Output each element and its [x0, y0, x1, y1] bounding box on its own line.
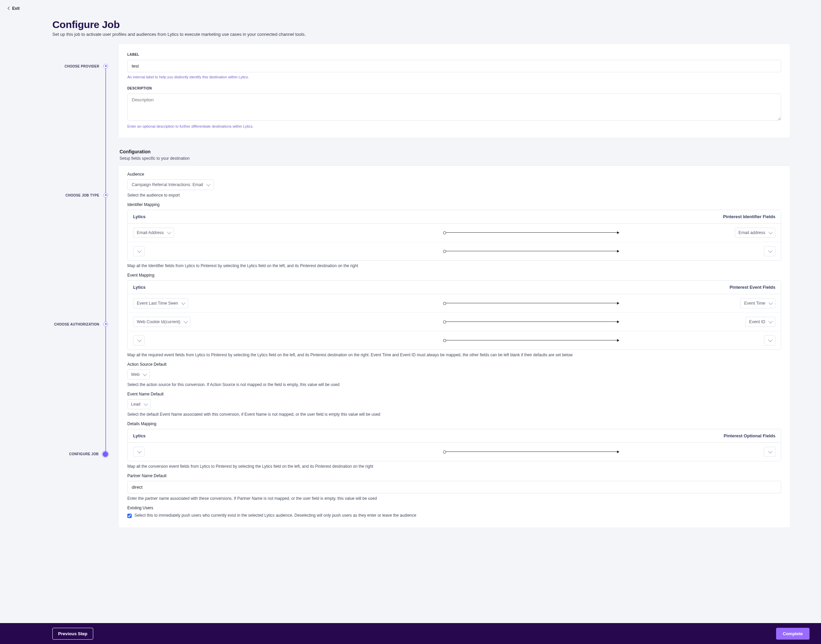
footer-bar: Previous Step Complete — [0, 623, 821, 644]
audience-select[interactable]: Campaign Referral Interactions: Email — [127, 179, 214, 190]
page-title: Configure Job — [52, 19, 821, 31]
existing-users-desc: Select this to immediately push users wh… — [134, 513, 416, 518]
event-mapping-label: Event Mapping — [127, 273, 781, 278]
label-input[interactable] — [127, 60, 781, 72]
chevron-down-icon — [769, 319, 773, 324]
identifier-mapping-table: Lytics Pinterest Identifier Fields Email… — [127, 210, 781, 261]
event-left-select[interactable]: Web Cookie Id(current) — [133, 317, 190, 327]
details-right-select-empty[interactable] — [764, 447, 775, 457]
table-row — [128, 443, 781, 461]
identifier-head-left: Lytics — [128, 210, 454, 223]
details-left-select-empty[interactable] — [133, 447, 144, 457]
event-right-select[interactable]: Event ID — [745, 317, 775, 327]
arrow-icon — [443, 451, 619, 452]
table-row: Web Cookie Id(current) Event ID — [128, 313, 781, 331]
details-head-left: Lytics — [128, 429, 454, 442]
configuration-sub: Setup fields specific to your destinatio… — [120, 156, 790, 161]
step-configure-job-label: CONFIGURE JOB — [69, 451, 98, 456]
chevron-down-icon — [137, 248, 141, 253]
label-hint: An internal label to help you distinctly… — [127, 75, 781, 79]
previous-step-button[interactable]: Previous Step — [52, 628, 93, 639]
arrow-icon — [443, 340, 619, 340]
chevron-down-icon — [137, 449, 141, 454]
identifier-left-select[interactable]: Email Address — [133, 228, 174, 238]
identifier-mapping-label: Identifier Mapping — [127, 202, 781, 207]
audience-help: Select the audience to export — [127, 193, 781, 198]
arrow-icon — [443, 303, 619, 303]
identifier-right-select[interactable]: Email address — [735, 228, 775, 238]
audience-selected: Campaign Referral Interactions: Email — [132, 182, 203, 187]
event-head-left: Lytics — [128, 281, 454, 294]
partner-name-help: Enter the partner name associated with t… — [127, 496, 781, 501]
chevron-down-icon — [769, 230, 773, 235]
label-heading: LABEL — [127, 53, 781, 57]
description-input[interactable] — [127, 94, 781, 121]
event-mapping-table: Lytics Pinterest Event Fields Event Last… — [127, 280, 781, 350]
table-row: Email Address Email address — [128, 224, 781, 242]
chevron-down-icon — [206, 182, 211, 186]
chevron-down-icon — [137, 338, 141, 342]
exit-link[interactable]: Exit — [8, 6, 20, 11]
table-row — [128, 242, 781, 261]
details-mapping-help: Map all the conversion event fields from… — [127, 464, 781, 469]
action-source-help: Select the action source for this conver… — [127, 382, 781, 387]
stepper: CHOOSE PROVIDER CHOOSE JOB TYPE CHOOSE A… — [3, 44, 108, 457]
arrow-icon — [443, 322, 619, 322]
complete-button[interactable]: Complete — [776, 628, 810, 639]
chevron-down-icon — [181, 301, 186, 305]
chevron-down-icon — [143, 372, 147, 376]
chevron-down-icon — [184, 319, 188, 324]
event-name-select[interactable]: Lead — [127, 399, 150, 409]
step-dot-current-icon — [103, 451, 108, 457]
identifier-left-select-empty[interactable] — [133, 246, 144, 256]
step-dot-icon — [103, 64, 108, 69]
existing-users-checkbox[interactable] — [127, 514, 132, 518]
page-subtitle: Set up this job to activate user profile… — [52, 32, 821, 37]
partner-name-label: Partner Name Default — [127, 474, 781, 478]
exit-label: Exit — [12, 6, 20, 11]
identifier-mapping-help: Map all the Identifier fields from Lytic… — [127, 264, 781, 268]
action-source-select[interactable]: Web — [127, 370, 150, 380]
existing-users-label: Existing Users — [127, 506, 781, 510]
details-mapping-table: Lytics Pinterest Optional Fields — [127, 429, 781, 461]
table-row: Event Last Time Seen Event Time — [128, 294, 781, 313]
event-name-help: Select the default Event Name associated… — [127, 412, 781, 417]
description-hint: Enter an optional description to further… — [127, 124, 781, 128]
step-dot-icon — [103, 322, 108, 327]
configuration-title: Configuration — [120, 149, 790, 154]
configuration-card: Audience Campaign Referral Interactions:… — [118, 166, 790, 528]
event-right-select-empty[interactable] — [764, 335, 775, 345]
arrow-left-icon — [8, 7, 11, 10]
step-choose-job-type-label: CHOOSE JOB TYPE — [66, 193, 99, 197]
event-mapping-help: Map all the required event fields from L… — [127, 353, 781, 357]
event-right-select[interactable]: Event Time — [740, 298, 775, 308]
step-choose-provider-label: CHOOSE PROVIDER — [64, 64, 99, 68]
arrow-icon — [443, 251, 619, 251]
chevron-down-icon — [768, 449, 772, 454]
description-heading: DESCRIPTION — [127, 86, 781, 90]
chevron-down-icon — [768, 338, 772, 342]
audience-label: Audience — [127, 172, 781, 176]
event-left-select-empty[interactable] — [133, 335, 144, 345]
identifier-right-select-empty[interactable] — [764, 246, 775, 256]
label-card: LABEL An internal label to help you dist… — [118, 44, 790, 138]
partner-name-input[interactable] — [127, 481, 781, 494]
chevron-down-icon — [144, 402, 148, 406]
identifier-head-right: Pinterest Identifier Fields — [454, 210, 781, 223]
details-mapping-label: Details Mapping — [127, 422, 781, 426]
event-name-label: Event Name Default — [127, 392, 781, 396]
table-row — [128, 331, 781, 350]
chevron-down-icon — [167, 230, 171, 235]
action-source-label: Action Source Default — [127, 362, 781, 367]
step-choose-authorization-label: CHOOSE AUTHORIZATION — [54, 322, 99, 326]
event-left-select[interactable]: Event Last Time Seen — [133, 298, 188, 308]
details-head-right: Pinterest Optional Fields — [454, 429, 781, 442]
step-dot-icon — [103, 193, 108, 198]
event-head-right: Pinterest Event Fields — [454, 281, 781, 294]
chevron-down-icon — [768, 248, 772, 253]
arrow-icon — [443, 232, 619, 233]
chevron-down-icon — [769, 301, 773, 305]
